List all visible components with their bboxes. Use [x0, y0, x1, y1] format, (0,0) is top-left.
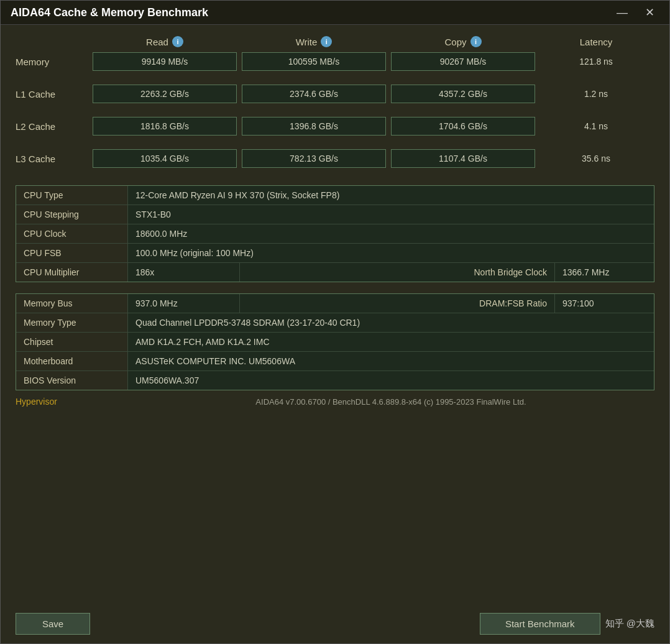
main-content: Read i Write i Copy i Latency Memory 991… [1, 25, 669, 607]
l1-copy: 4357.2 GB/s [391, 85, 535, 103]
memory-type-label: Memory Type [16, 313, 128, 332]
main-window: AIDA64 Cache & Memory Benchmark — ✕ Read… [0, 0, 670, 644]
l1-read: 2263.2 GB/s [93, 85, 237, 103]
bios-label: BIOS Version [16, 371, 128, 390]
l1-latency: 1.2 ns [540, 85, 652, 103]
l2-read: 1816.8 GB/s [93, 117, 237, 136]
close-button[interactable]: ✕ [640, 6, 659, 19]
chipset-row: Chipset AMD K1A.2 FCH, AMD K1A.2 IMC [16, 333, 654, 352]
header-latency: Latency [540, 37, 652, 47]
chipset-label: Chipset [16, 333, 128, 351]
header-write: Write i [242, 36, 386, 47]
dram-fsb-value: 937:100 [554, 294, 654, 313]
cpu-multiplier-label: CPU Multiplier [16, 263, 128, 282]
l2-copy: 1704.6 GB/s [391, 117, 535, 136]
motherboard-row: Motherboard ASUSTeK COMPUTER INC. UM5606… [16, 352, 654, 371]
hypervisor-label: Hypervisor [16, 397, 127, 407]
cpu-type-value: 12-Core AMD Ryzen AI 9 HX 370 (Strix, So… [128, 186, 654, 205]
dram-fsb-label: DRAM:FSB Ratio [240, 294, 554, 313]
motherboard-label: Motherboard [16, 352, 128, 370]
north-bridge-value: 1366.7 MHz [554, 263, 654, 282]
header-copy: Copy i [391, 36, 535, 47]
cpu-fsb-row: CPU FSB 100.0 MHz (original: 100 MHz) [16, 244, 654, 263]
cpu-fsb-value: 100.0 MHz (original: 100 MHz) [128, 244, 654, 262]
cpu-stepping-row: CPU Stepping STX1-B0 [16, 205, 654, 224]
cpu-info-section: CPU Type 12-Core AMD Ryzen AI 9 HX 370 (… [16, 185, 654, 282]
l2-latency: 4.1 ns [540, 117, 652, 135]
memory-bus-row: Memory Bus 937.0 MHz DRAM:FSB Ratio 937:… [16, 294, 654, 313]
l2-label: L2 Cache [16, 121, 90, 132]
memory-bus-value: 937.0 MHz [128, 294, 240, 313]
cpu-multiplier-row: CPU Multiplier 186x North Bridge Clock 1… [16, 263, 654, 282]
save-button[interactable]: Save [16, 613, 90, 635]
window-title: AIDA64 Cache & Memory Benchmark [11, 6, 208, 19]
cpu-fsb-label: CPU FSB [16, 244, 128, 262]
footer: Save Start Benchmark 知乎 @大魏 [1, 607, 669, 643]
window-controls: — ✕ [612, 6, 659, 19]
l1-label: L1 Cache [16, 89, 90, 99]
motherboard-value: ASUSTeK COMPUTER INC. UM5606WA [128, 352, 654, 370]
watermark: 知乎 @大魏 [605, 618, 654, 630]
cpu-stepping-value: STX1-B0 [128, 205, 654, 224]
l3-cache-row: L3 Cache 1035.4 GB/s 782.13 GB/s 1107.4 … [16, 149, 654, 168]
l1-cache-row: L1 Cache 2263.2 GB/s 2374.6 GB/s 4357.2 … [16, 85, 654, 103]
cpu-stepping-label: CPU Stepping [16, 205, 128, 224]
benchmark-rows: Memory 99149 MB/s 100595 MB/s 90267 MB/s… [16, 52, 654, 168]
cpu-clock-row: CPU Clock 18600.0 MHz [16, 224, 654, 244]
header-read: Read i [93, 36, 237, 47]
hypervisor-value: AIDA64 v7.00.6700 / BenchDLL 4.6.889.8-x… [127, 397, 654, 407]
l3-read: 1035.4 GB/s [93, 149, 237, 168]
memory-info-section: Memory Bus 937.0 MHz DRAM:FSB Ratio 937:… [16, 293, 654, 390]
memory-read: 99149 MB/s [93, 52, 237, 71]
bios-value: UM5606WA.307 [128, 371, 654, 390]
l2-write: 1396.8 GB/s [242, 117, 386, 136]
memory-bus-label: Memory Bus [16, 294, 128, 313]
hypervisor-row: Hypervisor AIDA64 v7.00.6700 / BenchDLL … [16, 390, 654, 409]
l2-cache-row: L2 Cache 1816.8 GB/s 1396.8 GB/s 1704.6 … [16, 117, 654, 136]
cpu-clock-label: CPU Clock [16, 224, 128, 243]
l3-label: L3 Cache [16, 154, 90, 164]
chipset-value: AMD K1A.2 FCH, AMD K1A.2 IMC [128, 333, 654, 351]
l3-write: 782.13 GB/s [242, 149, 386, 168]
memory-write: 100595 MB/s [242, 52, 386, 71]
write-info-icon[interactable]: i [321, 36, 332, 47]
cpu-clock-value: 18600.0 MHz [128, 224, 654, 243]
bios-row: BIOS Version UM5606WA.307 [16, 371, 654, 390]
copy-info-icon[interactable]: i [470, 36, 482, 47]
cpu-type-label: CPU Type [16, 186, 128, 205]
minimize-button[interactable]: — [612, 6, 633, 19]
bench-header: Read i Write i Copy i Latency [16, 36, 654, 47]
cpu-multiplier-value: 186x [128, 263, 240, 282]
memory-type-value: Quad Channel LPDDR5-3748 SDRAM (23-17-20… [128, 313, 654, 332]
l1-write: 2374.6 GB/s [242, 85, 386, 103]
memory-label: Memory [16, 57, 90, 67]
cpu-type-row: CPU Type 12-Core AMD Ryzen AI 9 HX 370 (… [16, 186, 654, 205]
north-bridge-label: North Bridge Clock [240, 263, 554, 282]
l3-copy: 1107.4 GB/s [391, 149, 535, 168]
title-bar: AIDA64 Cache & Memory Benchmark — ✕ [1, 1, 669, 25]
start-benchmark-button[interactable]: Start Benchmark [480, 613, 600, 635]
memory-row: Memory 99149 MB/s 100595 MB/s 90267 MB/s… [16, 52, 654, 71]
memory-copy: 90267 MB/s [391, 52, 535, 71]
memory-type-row: Memory Type Quad Channel LPDDR5-3748 SDR… [16, 313, 654, 333]
memory-latency: 121.8 ns [540, 53, 652, 70]
read-info-icon[interactable]: i [172, 36, 183, 47]
l3-latency: 35.6 ns [540, 150, 652, 167]
